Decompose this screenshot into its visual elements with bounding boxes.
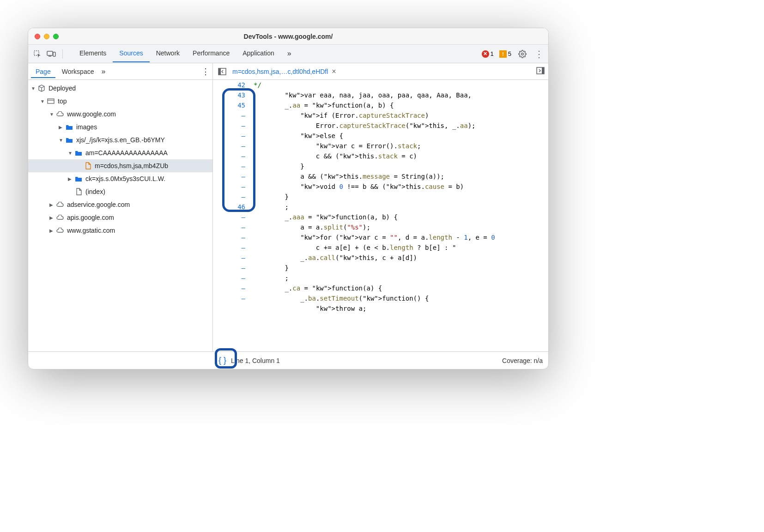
cloud-icon — [56, 200, 64, 209]
file-icon — [74, 187, 83, 196]
tab-sources[interactable]: Sources — [113, 46, 149, 62]
folder-icon — [65, 136, 73, 144]
titlebar: DevTools - www.google.com/ — [28, 28, 548, 45]
collapse-arrow-icon: ▶ — [68, 176, 73, 181]
folder-icon — [74, 149, 83, 157]
cube-icon — [37, 84, 46, 92]
settings-icon[interactable] — [517, 48, 528, 60]
expand-arrow-icon: ▼ — [49, 112, 55, 117]
tree-ck-folder[interactable]: ▶ ck=xjs.s.0Mx5ys3sCUI.L.W. — [28, 172, 212, 185]
editor-tabs: m=cdos,hsm,jsa,…c,dtl0hd,eHDfl × — [213, 63, 548, 80]
navigator-more[interactable]: » — [101, 67, 105, 76]
more-tabs[interactable]: » — [281, 46, 298, 62]
warning-icon: ! — [499, 50, 507, 58]
tab-page[interactable]: Page — [31, 65, 55, 78]
tab-network[interactable]: Network — [150, 46, 186, 62]
content-area: Page Workspace » ⋮ ▼ Deployed ▼ top ▼ — [28, 63, 548, 351]
code-editor[interactable]: 424345–––––––––46––––––––– */ "kw">var e… — [213, 80, 548, 351]
tree-adservice[interactable]: ▶ adservice.google.com — [28, 198, 212, 211]
file-icon — [84, 162, 92, 170]
expand-arrow-icon: ▼ — [68, 151, 73, 156]
svg-rect-1 — [47, 51, 53, 55]
inspect-element-icon[interactable] — [32, 48, 43, 60]
tree-selected-file[interactable]: m=cdos,hsm,jsa,mb4ZUb — [28, 159, 212, 172]
expand-arrow-icon: ▼ — [40, 99, 46, 104]
tree-xjs-folder[interactable]: ▼ xjs/_/js/k=xjs.s.en_GB.-b6YMY — [28, 133, 212, 146]
tab-performance[interactable]: Performance — [186, 46, 236, 62]
navigator-tabs: Page Workspace » ⋮ — [28, 63, 212, 80]
tab-elements[interactable]: Elements — [73, 46, 113, 62]
svg-rect-7 — [218, 68, 221, 75]
navigator-sidebar: Page Workspace » ⋮ ▼ Deployed ▼ top ▼ — [28, 63, 213, 351]
collapse-arrow-icon: ▶ — [49, 202, 55, 207]
navigator-menu-icon[interactable]: ⋮ — [201, 66, 210, 77]
cursor-position: Line 1, Column 1 — [231, 357, 280, 364]
close-tab-icon[interactable]: × — [332, 67, 336, 76]
folder-icon — [74, 175, 83, 183]
kebab-menu-icon[interactable]: ⋮ — [534, 48, 545, 60]
cloud-icon — [56, 213, 64, 222]
collapse-arrow-icon: ▶ — [49, 228, 55, 233]
error-icon: ✕ — [482, 50, 489, 58]
show-navigator-icon[interactable] — [217, 66, 228, 77]
line-gutter[interactable]: 424345–––––––––46––––––––– — [213, 80, 250, 351]
folder-icon — [65, 123, 73, 131]
pretty-print-button[interactable]: { } — [218, 356, 226, 365]
tree-top[interactable]: ▼ top — [28, 95, 212, 108]
status-bar: { } Line 1, Column 1 Coverage: n/a — [28, 351, 548, 369]
window-title: DevTools - www.google.com/ — [28, 33, 548, 40]
editor-pane: m=cdos,hsm,jsa,…c,dtl0hd,eHDfl × 424345–… — [213, 63, 548, 351]
main-toolbar: Elements Sources Network Performance App… — [28, 45, 548, 63]
coverage-status: Coverage: n/a — [502, 357, 543, 364]
show-debugger-icon[interactable] — [536, 67, 545, 76]
file-tree: ▼ Deployed ▼ top ▼ www.google.com ▶ — [28, 80, 212, 351]
svg-rect-4 — [48, 99, 54, 103]
svg-rect-2 — [49, 56, 51, 57]
collapse-arrow-icon: ▶ — [59, 125, 64, 130]
frame-icon — [47, 97, 55, 105]
editor-tab-file[interactable]: m=cdos,hsm,jsa,…c,dtl0hd,eHDfl × — [232, 67, 336, 76]
tree-apis[interactable]: ▶ apis.google.com — [28, 211, 212, 224]
code-content[interactable]: */ "kw">var eaa, naa, jaa, oaa, paa, qaa… — [250, 80, 548, 351]
expand-arrow-icon: ▼ — [31, 86, 36, 91]
tab-application[interactable]: Application — [236, 46, 281, 62]
svg-rect-3 — [53, 52, 55, 56]
tree-gstatic[interactable]: ▶ www.gstatic.com — [28, 224, 212, 237]
tab-workspace[interactable]: Workspace — [57, 65, 99, 78]
cloud-icon — [56, 110, 64, 118]
svg-rect-9 — [542, 67, 544, 74]
warning-count[interactable]: ! 5 — [499, 50, 511, 58]
tree-google[interactable]: ▼ www.google.com — [28, 108, 212, 121]
tree-deployed[interactable]: ▼ Deployed — [28, 82, 212, 95]
cloud-icon — [56, 226, 64, 235]
tree-images[interactable]: ▶ images — [28, 121, 212, 133]
error-count[interactable]: ✕ 1 — [482, 50, 494, 58]
tree-am-folder[interactable]: ▼ am=CAAAAAAAAAAAAAAA — [28, 146, 212, 159]
divider — [62, 49, 63, 59]
panel-tabs: Elements Sources Network Performance App… — [73, 46, 298, 62]
tree-index[interactable]: (index) — [28, 185, 212, 198]
devtools-window: DevTools - www.google.com/ Elements Sour… — [28, 28, 549, 369]
collapse-arrow-icon: ▶ — [49, 215, 55, 220]
expand-arrow-icon: ▼ — [59, 138, 64, 143]
device-toolbar-icon[interactable] — [46, 48, 57, 60]
